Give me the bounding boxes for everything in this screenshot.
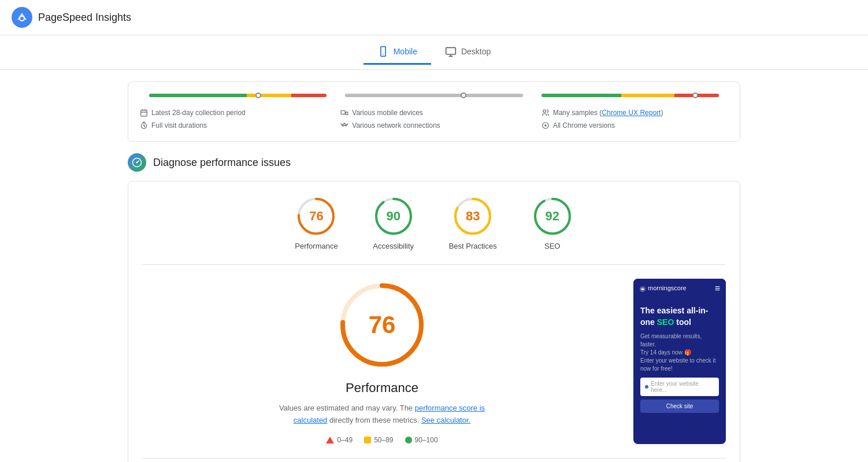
info-text-visit: Full visit durations <box>151 121 207 130</box>
performance-description: Values are estimated and may vary. The p… <box>272 402 492 427</box>
scores-row: 76 Performance 90 Accessibility <box>142 195 726 265</box>
gauge-icon <box>132 157 142 168</box>
ad-check-site-button[interactable]: Check site <box>640 400 719 413</box>
ad-input-icon <box>645 385 648 389</box>
svg-point-9 <box>543 110 546 113</box>
info-text-samples: Many samples (Chrome UX Report) <box>553 109 663 117</box>
info-collection-period: Latest 28-day collection period <box>140 109 327 117</box>
legend-fail-range: 0–49 <box>337 436 353 444</box>
metrics-footer: METRICS Expand view <box>142 458 726 462</box>
people-icon <box>541 109 550 117</box>
score-item-best-practices[interactable]: 83 Best Practices <box>449 195 497 250</box>
main-content: Latest 28-day collection period Various … <box>116 70 752 462</box>
progress-fill-1 <box>149 94 327 97</box>
timer-icon <box>140 121 148 130</box>
scores-card: 76 Performance 90 Accessibility <box>128 181 740 462</box>
chrome-ux-report-link[interactable]: Chrome UX Report <box>602 109 661 117</box>
performance-main: 76 Performance Values are estimated and … <box>142 279 622 444</box>
score-number-accessibility: 90 <box>386 209 400 224</box>
ad-menu-icon[interactable]: ≡ <box>715 283 720 294</box>
ad-headline: The easiest all-in-one SEO tool <box>640 305 719 328</box>
legend-average-icon <box>364 437 371 443</box>
bar-yellow-3 <box>621 94 674 97</box>
app-title: PageSpeed Insights <box>38 12 131 24</box>
ad-input[interactable]: Enter your website here... <box>640 378 719 396</box>
pagespeed-logo-icon <box>12 7 32 28</box>
progress-fill-2 <box>345 94 522 97</box>
tab-mobile-label: Mobile <box>394 47 417 56</box>
score-circle-best-practices: 83 <box>452 195 494 237</box>
score-label-performance: Performance <box>295 242 337 250</box>
score-circle-accessibility: 90 <box>373 195 414 237</box>
big-score-number: 76 <box>369 311 396 339</box>
svg-rect-3 <box>381 47 385 57</box>
calendar-icon <box>140 109 148 117</box>
progress-thumb-3 <box>692 93 698 98</box>
desktop-icon <box>445 46 457 57</box>
ad-logo-text: morningscore <box>639 284 687 292</box>
progress-thumb-2 <box>461 93 466 98</box>
tabs-container: Mobile Desktop <box>0 35 868 70</box>
info-visit-durations: Full visit durations <box>140 121 327 130</box>
ad-body: The easiest all-in-one SEO tool Get meas… <box>633 298 726 420</box>
legend-average: 50–89 <box>364 436 393 444</box>
network-icon <box>340 121 348 130</box>
svg-rect-6 <box>141 110 147 116</box>
tab-desktop[interactable]: Desktop <box>431 40 505 65</box>
svg-rect-5 <box>446 47 456 54</box>
info-grid: Latest 28-day collection period Various … <box>140 109 728 130</box>
score-item-accessibility[interactable]: 90 Accessibility <box>373 195 414 250</box>
bar-green-1 <box>149 94 247 97</box>
legend-pass-icon <box>405 437 412 443</box>
svg-rect-7 <box>341 111 345 114</box>
svg-point-13 <box>136 162 138 164</box>
info-chrome: All Chrome versions <box>541 121 728 130</box>
legend-pass: 90–100 <box>405 436 438 444</box>
svg-rect-8 <box>346 112 348 115</box>
morningscore-logo-icon <box>639 286 646 293</box>
info-text-chrome: All Chrome versions <box>553 121 615 130</box>
score-label-seo: SEO <box>544 242 560 250</box>
calculator-link[interactable]: See calculator. <box>421 416 470 424</box>
progress-track-2 <box>345 94 522 97</box>
score-label-best-practices: Best Practices <box>449 242 497 250</box>
svg-point-12 <box>544 124 547 127</box>
progress-bars-row <box>140 94 728 99</box>
tab-mobile[interactable]: Mobile <box>363 40 431 65</box>
progress-track-3 <box>541 94 719 97</box>
score-number-performance: 76 <box>309 209 323 224</box>
progress-bar-3 <box>532 94 728 99</box>
info-text-devices: Various mobile devices <box>352 109 423 117</box>
big-score-circle: 76 <box>336 279 428 371</box>
score-item-seo[interactable]: 92 SEO <box>532 195 573 250</box>
ad-subtext: Get measurable results, faster. Try 14 d… <box>640 332 719 373</box>
legend-average-range: 50–89 <box>374 436 393 444</box>
bar-red-1 <box>291 94 327 97</box>
legend-pass-range: 90–100 <box>415 436 438 444</box>
legend-fail-icon <box>326 437 334 443</box>
score-number-seo: 92 <box>546 209 559 224</box>
legend-fail: 0–49 <box>326 436 353 444</box>
progress-thumb-1 <box>255 93 261 98</box>
progress-section: Latest 28-day collection period Various … <box>128 82 740 142</box>
info-samples: Many samples (Chrome UX Report) <box>541 109 728 117</box>
ad-header: morningscore ≡ <box>633 279 726 298</box>
score-item-performance[interactable]: 76 Performance <box>295 195 337 250</box>
info-devices: Various mobile devices <box>340 109 527 117</box>
diagnose-header: Diagnose performance issues <box>128 153 740 172</box>
chrome-icon <box>541 121 550 130</box>
performance-detail: 76 Performance Values are estimated and … <box>142 265 726 458</box>
header: PageSpeed Insights <box>0 0 868 35</box>
ad-panel: morningscore ≡ The easiest all-in-one SE… <box>633 279 726 444</box>
diagnose-title: Diagnose performance issues <box>153 157 291 169</box>
ad-input-placeholder: Enter your website here... <box>651 380 714 393</box>
progress-bar-1 <box>140 94 336 99</box>
progress-track-1 <box>149 94 327 97</box>
ad-seo-highlight: SEO <box>657 317 674 327</box>
app-logo: PageSpeed Insights <box>12 7 131 28</box>
tab-desktop-label: Desktop <box>461 47 491 56</box>
diagnose-icon <box>128 153 146 172</box>
performance-section-title: Performance <box>346 380 418 396</box>
score-circle-seo: 92 <box>532 195 573 237</box>
score-number-best-practices: 83 <box>466 209 480 224</box>
